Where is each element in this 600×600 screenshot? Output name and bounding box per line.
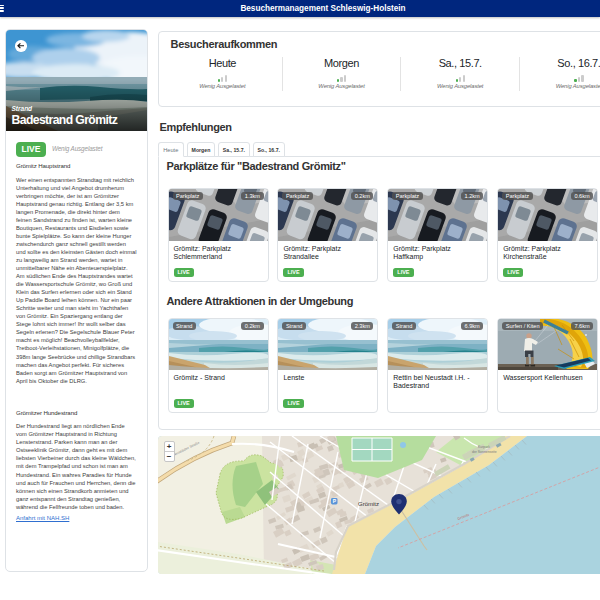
svg-text:Grömitz: Grömitz bbox=[358, 501, 379, 507]
svg-text:der Sonnenseite: der Sonnenseite bbox=[472, 450, 497, 454]
svg-text:Kurpark: Kurpark bbox=[478, 445, 490, 449]
